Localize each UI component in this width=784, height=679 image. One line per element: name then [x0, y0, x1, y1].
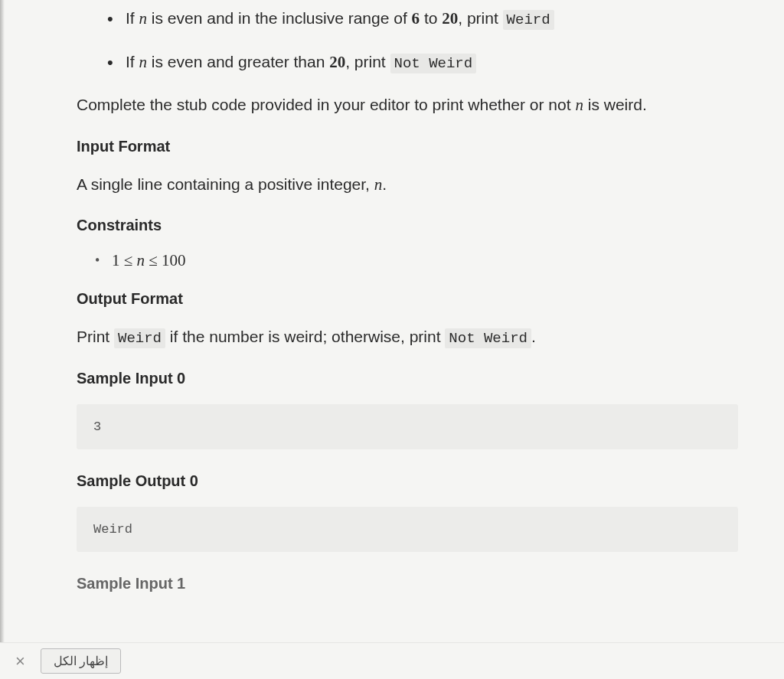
code-not-weird: Not Weird	[390, 54, 477, 73]
text: A single line containing a positive inte…	[77, 175, 374, 193]
text: , print	[458, 9, 502, 27]
heading-sample-input-1-cutoff: Sample Input 1	[77, 575, 738, 592]
text: Complete the stub code provided in your …	[77, 96, 575, 113]
text: is even and in the inclusive range of	[147, 9, 412, 27]
show-all-button[interactable]: إظهار الكل	[41, 648, 121, 674]
text: if the number is weird; otherwise, print	[165, 328, 445, 345]
math-var-n: n	[575, 96, 583, 114]
constraint-item: 1 ≤ n ≤ 100	[95, 251, 738, 270]
math-num: 20	[442, 9, 458, 28]
heading-sample-output-0: Sample Output 0	[77, 472, 738, 490]
bottom-bar: × إظهار الكل	[0, 642, 784, 679]
input-description: A single line containing a positive inte…	[77, 172, 738, 197]
sample-output-0-code: Weird	[77, 507, 738, 552]
constraints-list: 1 ≤ n ≤ 100	[95, 251, 738, 270]
text: is even and greater than	[147, 53, 329, 70]
close-icon[interactable]: ×	[11, 650, 30, 673]
text: .	[382, 175, 387, 193]
condition-item: If n is even and in the inclusive range …	[107, 6, 738, 31]
condition-list: If n is even and in the inclusive range …	[107, 6, 738, 74]
sample-input-0-code: 3	[77, 404, 738, 449]
heading-constraints: Constraints	[77, 217, 738, 234]
text: is weird.	[583, 96, 647, 113]
text: to	[420, 9, 442, 27]
condition-item: If n is even and greater than 20, print …	[107, 50, 738, 75]
text: .	[531, 328, 536, 345]
left-shadow-edge	[0, 0, 5, 642]
math-var-n: n	[139, 53, 148, 71]
text: If	[126, 9, 139, 27]
instruction-paragraph: Complete the stub code provided in your …	[77, 93, 738, 118]
heading-output-format: Output Format	[77, 290, 738, 308]
code-weird: Weird	[503, 10, 554, 30]
text: , print	[345, 53, 390, 70]
output-description: Print Weird if the number is weird; othe…	[77, 325, 738, 350]
math-var-n: n	[374, 175, 383, 194]
math-num: 20	[329, 53, 345, 71]
code-not-weird: Not Weird	[445, 328, 531, 348]
problem-content: If n is even and in the inclusive range …	[0, 0, 784, 592]
heading-sample-input-0: Sample Input 0	[77, 370, 738, 387]
math-num: 6	[412, 9, 420, 28]
text: Print	[77, 328, 114, 345]
code-weird: Weird	[114, 328, 165, 348]
math-var-n: n	[139, 9, 148, 28]
text: If	[126, 53, 139, 70]
heading-input-format: Input Format	[77, 138, 738, 155]
